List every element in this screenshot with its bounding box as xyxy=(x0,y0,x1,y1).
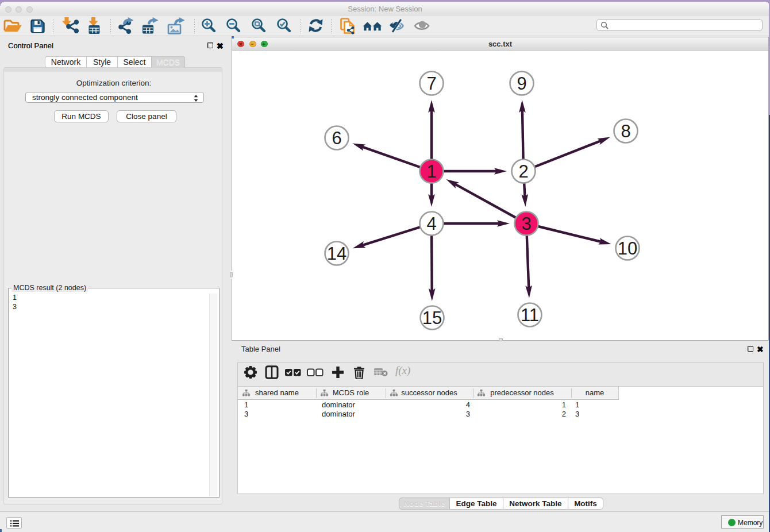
svg-text:8: 8 xyxy=(621,121,630,141)
svg-text:1: 1 xyxy=(426,161,436,182)
svg-text:11: 11 xyxy=(521,305,539,325)
svg-text:7: 7 xyxy=(426,74,436,94)
svg-text:3: 3 xyxy=(521,214,531,234)
svg-text:2: 2 xyxy=(518,161,528,182)
svg-text:9: 9 xyxy=(517,74,526,94)
svg-text:6: 6 xyxy=(332,128,341,148)
svg-text:4: 4 xyxy=(426,214,436,234)
svg-text:14: 14 xyxy=(327,244,346,264)
svg-text:10: 10 xyxy=(618,238,637,259)
svg-text:15: 15 xyxy=(422,308,442,328)
